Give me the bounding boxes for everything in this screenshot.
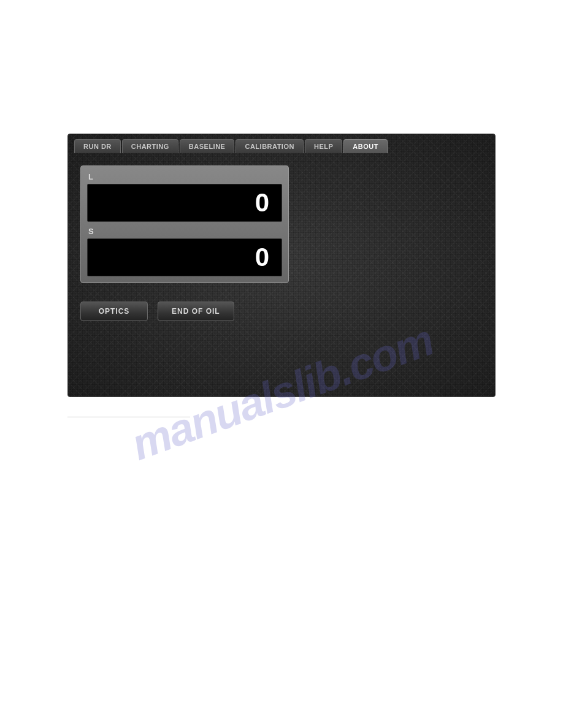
tab-bar: RUN DR CHARTING BASELINE CALIBRATION HEL… <box>68 134 495 153</box>
app-panel: RUN DR CHARTING BASELINE CALIBRATION HEL… <box>67 134 496 397</box>
tab-charting[interactable]: CHARTING <box>122 139 178 153</box>
l-label: L <box>88 172 282 181</box>
tab-run-dr[interactable]: RUN DR <box>74 139 121 153</box>
display-panel: L 0 S 0 <box>80 165 289 283</box>
tab-calibration[interactable]: CALIBRATION <box>236 139 303 153</box>
tab-baseline[interactable]: BASELINE <box>180 139 235 153</box>
s-display-screen: 0 <box>87 238 282 276</box>
s-label: S <box>88 227 282 236</box>
divider-line <box>67 417 190 417</box>
end-of-oil-button[interactable]: END OF OIL <box>158 301 234 321</box>
content-area: L 0 S 0 OPTICS END OF OIL <box>68 153 495 333</box>
s-value: 0 <box>255 243 269 272</box>
page: RUN DR CHARTING BASELINE CALIBRATION HEL… <box>0 0 563 728</box>
tab-about[interactable]: ABOUT <box>343 139 388 153</box>
l-display-screen: 0 <box>87 184 282 222</box>
button-row: OPTICS END OF OIL <box>80 301 486 321</box>
optics-button[interactable]: OPTICS <box>80 301 148 321</box>
l-value: 0 <box>255 188 269 218</box>
tab-help[interactable]: HELP <box>305 139 342 153</box>
